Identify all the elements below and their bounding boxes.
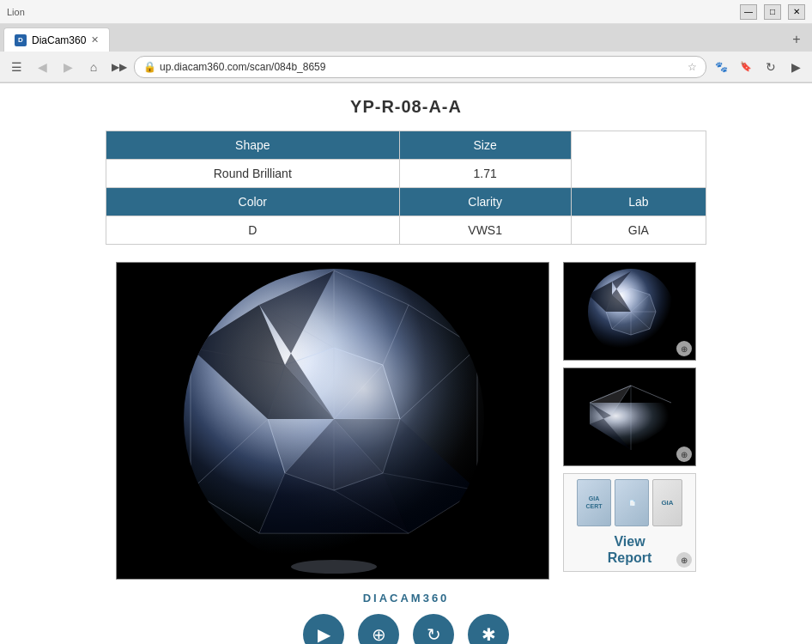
window-controls: — □ ✕ xyxy=(740,4,805,20)
brand-section: DIACAM360 xyxy=(14,590,798,605)
reload-button[interactable]: ↻ xyxy=(760,56,782,78)
hamburger-menu-button[interactable]: ☰ xyxy=(5,56,27,78)
clarity-value: VWS1 xyxy=(399,216,571,245)
clarity-header: Clarity xyxy=(399,188,571,216)
cert-card2: 📄 xyxy=(615,479,649,526)
lab-header: Lab xyxy=(571,188,706,216)
color-value: D xyxy=(106,216,400,245)
svg-point-35 xyxy=(291,560,377,574)
thumbnail-panel: ⊕ xyxy=(563,262,696,580)
main-diamond-image[interactable] xyxy=(116,262,549,580)
minimize-button[interactable]: — xyxy=(740,4,757,20)
tab-bar: D DiaCam360 ✕ + xyxy=(0,24,812,52)
lab-value: GIA xyxy=(571,216,706,245)
diamond-svg xyxy=(117,262,548,580)
tab-label: DiaCam360 xyxy=(32,34,86,46)
bookmark-manager-button[interactable]: 🔖 xyxy=(735,56,757,78)
table-data-row2: D VWS1 GIA xyxy=(106,216,706,245)
page-content: YP-R-08-A-A Shape Size Round Brilliant 1… xyxy=(0,83,812,644)
report-cards: GIACERT 📄 GIA xyxy=(577,479,682,526)
active-tab[interactable]: D DiaCam360 ✕ xyxy=(3,27,110,52)
view-report-label: ViewReport xyxy=(608,533,652,566)
back-button[interactable]: ◀ xyxy=(31,56,53,78)
info-table: Shape Size Round Brilliant 1.71 Color Cl… xyxy=(106,131,706,245)
settings-button[interactable]: ✱ xyxy=(468,614,509,644)
address-input[interactable] xyxy=(160,61,684,73)
new-tab-button[interactable]: + xyxy=(785,27,809,52)
gia-logo-card: GIA xyxy=(652,479,682,526)
tab-close-icon[interactable]: ✕ xyxy=(91,34,99,46)
brand-label: DIACAM360 xyxy=(363,592,450,605)
nav-bar: ☰ ◀ ▶ ⌂ ▶▶ 🔒 ☆ 🐾 🔖 ↻ ▶ xyxy=(0,52,812,82)
shape-value: Round Brilliant xyxy=(106,160,400,188)
toolbar-icons: 🐾 🔖 ↻ ▶ xyxy=(710,56,807,78)
report-thumbnail[interactable]: GIACERT 📄 GIA ViewReport ⊕ xyxy=(563,473,696,572)
tab-favicon: D xyxy=(15,34,27,46)
play-button[interactable]: ▶ xyxy=(303,614,344,644)
table-data-row1: Round Brilliant 1.71 xyxy=(106,160,706,188)
viewer-section: ⊕ xyxy=(14,262,798,580)
title-bar: Lion — □ ✕ xyxy=(0,0,812,24)
title-bar-label: Lion xyxy=(7,7,25,17)
top-view-thumbnail[interactable]: ⊕ xyxy=(563,262,696,361)
shape-header: Shape xyxy=(106,131,400,160)
extensions2-button[interactable]: 🐾 xyxy=(710,56,732,78)
svg-point-34 xyxy=(184,269,484,569)
extensions-button[interactable]: ▶▶ xyxy=(108,56,130,78)
rotate-button[interactable]: ↻ xyxy=(413,614,454,644)
maximize-button[interactable]: □ xyxy=(764,4,781,20)
top-view-zoom-icon[interactable]: ⊕ xyxy=(676,341,692,356)
table-header-row2: Color Clarity Lab xyxy=(106,188,706,216)
close-button[interactable]: ✕ xyxy=(788,4,805,20)
forward-button[interactable]: ▶ xyxy=(57,56,79,78)
home-button[interactable]: ⌂ xyxy=(82,56,105,78)
controls-bar: ▶ ⊕ ↻ ✱ xyxy=(14,614,798,644)
certificate-card: GIACERT xyxy=(577,479,611,526)
table-header-row1: Shape Size xyxy=(106,131,706,160)
side-view-zoom-icon[interactable]: ⊕ xyxy=(676,447,692,462)
bookmark-icon[interactable]: ☆ xyxy=(688,61,697,73)
page-title: YP-R-08-A-A xyxy=(14,97,798,117)
side-view-thumbnail[interactable]: ⊕ xyxy=(563,368,696,466)
report-zoom-icon[interactable]: ⊕ xyxy=(676,552,692,568)
address-bar-container[interactable]: 🔒 ☆ xyxy=(134,56,706,78)
size-value: 1.71 xyxy=(399,160,571,188)
zoom-button[interactable]: ⊕ xyxy=(358,614,399,644)
size-header: Size xyxy=(399,131,571,160)
lock-icon: 🔒 xyxy=(143,61,156,73)
color-header: Color xyxy=(106,188,400,216)
forward-nav-button[interactable]: ▶ xyxy=(785,56,807,78)
